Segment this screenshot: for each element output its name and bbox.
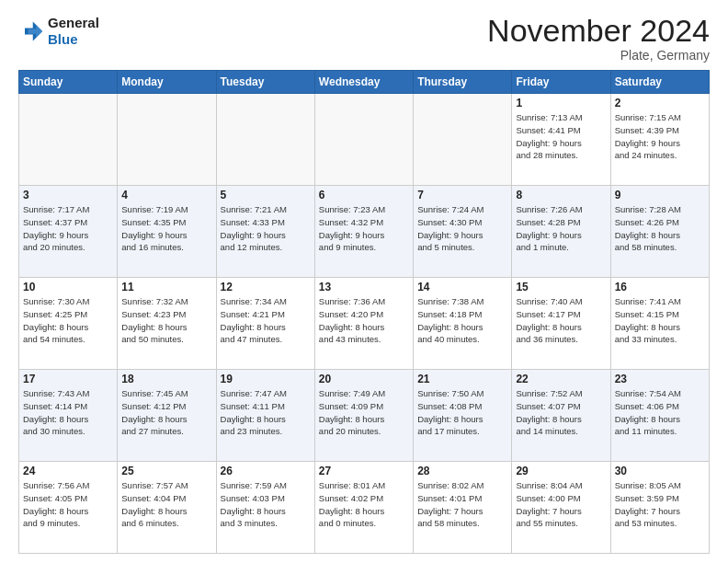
calendar-table: SundayMondayTuesdayWednesdayThursdayFrid… — [18, 70, 710, 554]
day-info: Sunrise: 7:21 AM Sunset: 4:33 PM Dayligh… — [221, 203, 311, 254]
day-number: 17 — [23, 373, 113, 385]
calendar-cell: 26Sunrise: 7:59 AM Sunset: 4:03 PM Dayli… — [216, 462, 314, 554]
calendar-cell: 30Sunrise: 8:05 AM Sunset: 3:59 PM Dayli… — [610, 462, 709, 554]
calendar-cell: 11Sunrise: 7:32 AM Sunset: 4:23 PM Dayli… — [118, 278, 216, 370]
day-number: 16 — [615, 281, 705, 293]
day-number: 30 — [615, 465, 705, 477]
day-info: Sunrise: 8:02 AM Sunset: 4:01 PM Dayligh… — [417, 479, 507, 530]
day-number: 26 — [221, 465, 311, 477]
col-header-thursday: Thursday — [414, 71, 512, 94]
calendar-cell: 23Sunrise: 7:54 AM Sunset: 4:06 PM Dayli… — [610, 370, 709, 462]
calendar-cell: 14Sunrise: 7:38 AM Sunset: 4:18 PM Dayli… — [414, 278, 512, 370]
day-number: 14 — [417, 281, 507, 293]
calendar-cell: 3Sunrise: 7:17 AM Sunset: 4:37 PM Daylig… — [19, 186, 118, 278]
day-info: Sunrise: 7:23 AM Sunset: 4:32 PM Dayligh… — [319, 203, 409, 254]
day-number: 9 — [615, 189, 705, 201]
day-info: Sunrise: 7:43 AM Sunset: 4:14 PM Dayligh… — [23, 387, 113, 438]
day-info: Sunrise: 7:54 AM Sunset: 4:06 PM Dayligh… — [615, 387, 705, 438]
col-header-sunday: Sunday — [19, 71, 118, 94]
calendar-cell: 17Sunrise: 7:43 AM Sunset: 4:14 PM Dayli… — [19, 370, 118, 462]
calendar-cell: 7Sunrise: 7:24 AM Sunset: 4:30 PM Daylig… — [414, 186, 512, 278]
day-info: Sunrise: 7:52 AM Sunset: 4:07 PM Dayligh… — [516, 387, 606, 438]
calendar-cell: 24Sunrise: 7:56 AM Sunset: 4:05 PM Dayli… — [19, 462, 118, 554]
calendar-cell — [118, 94, 216, 186]
title-block: November 2024 Plate, Germany — [487, 15, 710, 63]
calendar-week-1: 1Sunrise: 7:13 AM Sunset: 4:41 PM Daylig… — [19, 94, 710, 186]
day-number: 20 — [319, 373, 409, 385]
calendar-cell: 21Sunrise: 7:50 AM Sunset: 4:08 PM Dayli… — [414, 370, 512, 462]
day-number: 6 — [319, 189, 409, 201]
calendar-cell: 29Sunrise: 8:04 AM Sunset: 4:00 PM Dayli… — [512, 462, 610, 554]
calendar-cell: 19Sunrise: 7:47 AM Sunset: 4:11 PM Dayli… — [216, 370, 314, 462]
calendar-cell — [414, 94, 512, 186]
day-number: 5 — [221, 189, 311, 201]
calendar-cell: 4Sunrise: 7:19 AM Sunset: 4:35 PM Daylig… — [118, 186, 216, 278]
calendar-cell: 8Sunrise: 7:26 AM Sunset: 4:28 PM Daylig… — [512, 186, 610, 278]
calendar-cell: 5Sunrise: 7:21 AM Sunset: 4:33 PM Daylig… — [216, 186, 314, 278]
day-number: 25 — [121, 465, 211, 477]
day-number: 23 — [615, 373, 705, 385]
day-number: 10 — [23, 281, 113, 293]
calendar-cell: 25Sunrise: 7:57 AM Sunset: 4:04 PM Dayli… — [118, 462, 216, 554]
day-number: 13 — [319, 281, 409, 293]
logo-icon — [18, 18, 44, 44]
calendar-week-2: 3Sunrise: 7:17 AM Sunset: 4:37 PM Daylig… — [19, 186, 710, 278]
calendar-cell: 28Sunrise: 8:02 AM Sunset: 4:01 PM Dayli… — [414, 462, 512, 554]
day-number: 2 — [615, 97, 705, 109]
calendar-cell: 15Sunrise: 7:40 AM Sunset: 4:17 PM Dayli… — [512, 278, 610, 370]
col-header-wednesday: Wednesday — [314, 71, 413, 94]
day-info: Sunrise: 7:45 AM Sunset: 4:12 PM Dayligh… — [121, 387, 211, 438]
calendar-cell: 27Sunrise: 8:01 AM Sunset: 4:02 PM Dayli… — [314, 462, 413, 554]
day-info: Sunrise: 7:57 AM Sunset: 4:04 PM Dayligh… — [121, 479, 211, 530]
day-number: 7 — [417, 189, 507, 201]
day-info: Sunrise: 7:59 AM Sunset: 4:03 PM Dayligh… — [221, 479, 311, 530]
calendar-cell: 6Sunrise: 7:23 AM Sunset: 4:32 PM Daylig… — [314, 186, 413, 278]
calendar-cell: 20Sunrise: 7:49 AM Sunset: 4:09 PM Dayli… — [314, 370, 413, 462]
col-header-monday: Monday — [118, 71, 216, 94]
day-info: Sunrise: 7:30 AM Sunset: 4:25 PM Dayligh… — [23, 295, 113, 346]
calendar-week-3: 10Sunrise: 7:30 AM Sunset: 4:25 PM Dayli… — [19, 278, 710, 370]
day-number: 21 — [417, 373, 507, 385]
day-info: Sunrise: 7:26 AM Sunset: 4:28 PM Dayligh… — [516, 203, 606, 254]
day-info: Sunrise: 7:17 AM Sunset: 4:37 PM Dayligh… — [23, 203, 113, 254]
calendar-cell: 1Sunrise: 7:13 AM Sunset: 4:41 PM Daylig… — [512, 94, 610, 186]
calendar-week-4: 17Sunrise: 7:43 AM Sunset: 4:14 PM Dayli… — [19, 370, 710, 462]
header: General Blue November 2024 Plate, German… — [18, 15, 710, 63]
calendar-cell: 2Sunrise: 7:15 AM Sunset: 4:39 PM Daylig… — [610, 94, 709, 186]
day-number: 28 — [417, 465, 507, 477]
day-info: Sunrise: 7:50 AM Sunset: 4:08 PM Dayligh… — [417, 387, 507, 438]
day-number: 4 — [121, 189, 211, 201]
day-number: 18 — [121, 373, 211, 385]
day-number: 1 — [516, 97, 606, 109]
calendar-cell: 22Sunrise: 7:52 AM Sunset: 4:07 PM Dayli… — [512, 370, 610, 462]
calendar-cell: 18Sunrise: 7:45 AM Sunset: 4:12 PM Dayli… — [118, 370, 216, 462]
calendar-cell: 16Sunrise: 7:41 AM Sunset: 4:15 PM Dayli… — [610, 278, 709, 370]
day-info: Sunrise: 8:01 AM Sunset: 4:02 PM Dayligh… — [319, 479, 409, 530]
day-number: 22 — [516, 373, 606, 385]
calendar-week-5: 24Sunrise: 7:56 AM Sunset: 4:05 PM Dayli… — [19, 462, 710, 554]
day-number: 15 — [516, 281, 606, 293]
subtitle: Plate, Germany — [487, 48, 710, 63]
day-number: 24 — [23, 465, 113, 477]
day-number: 11 — [121, 281, 211, 293]
day-info: Sunrise: 7:15 AM Sunset: 4:39 PM Dayligh… — [615, 111, 705, 162]
day-info: Sunrise: 8:05 AM Sunset: 3:59 PM Dayligh… — [615, 479, 705, 530]
day-number: 8 — [516, 189, 606, 201]
calendar-cell: 12Sunrise: 7:34 AM Sunset: 4:21 PM Dayli… — [216, 278, 314, 370]
day-info: Sunrise: 7:41 AM Sunset: 4:15 PM Dayligh… — [615, 295, 705, 346]
day-number: 29 — [516, 465, 606, 477]
logo-text: General Blue — [48, 15, 99, 48]
day-info: Sunrise: 7:49 AM Sunset: 4:09 PM Dayligh… — [319, 387, 409, 438]
day-info: Sunrise: 7:56 AM Sunset: 4:05 PM Dayligh… — [23, 479, 113, 530]
day-info: Sunrise: 8:04 AM Sunset: 4:00 PM Dayligh… — [516, 479, 606, 530]
day-number: 3 — [23, 189, 113, 201]
day-number: 19 — [221, 373, 311, 385]
day-info: Sunrise: 7:28 AM Sunset: 4:26 PM Dayligh… — [615, 203, 705, 254]
col-header-saturday: Saturday — [610, 71, 709, 94]
day-number: 12 — [221, 281, 311, 293]
page: General Blue November 2024 Plate, German… — [0, 0, 728, 563]
logo: General Blue — [18, 15, 99, 48]
day-info: Sunrise: 7:47 AM Sunset: 4:11 PM Dayligh… — [221, 387, 311, 438]
calendar-cell: 9Sunrise: 7:28 AM Sunset: 4:26 PM Daylig… — [610, 186, 709, 278]
col-header-tuesday: Tuesday — [216, 71, 314, 94]
